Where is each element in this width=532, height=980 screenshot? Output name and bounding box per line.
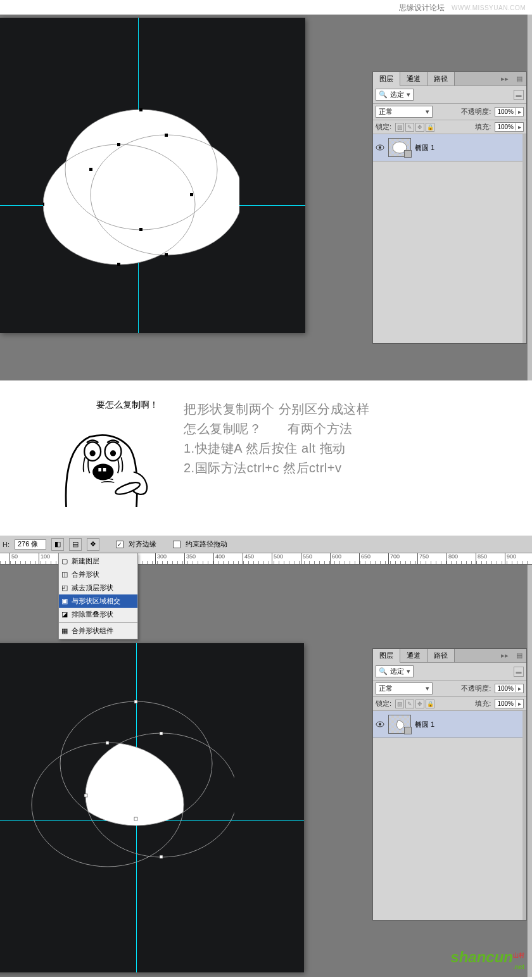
- svg-rect-7: [117, 143, 120, 146]
- lock-label: 锁定:: [376, 122, 391, 132]
- scrollbar-vertical-2[interactable]: [527, 565, 532, 977]
- svg-rect-5: [139, 108, 142, 111]
- svg-rect-31: [160, 732, 163, 735]
- layer-filter-dropdown-2[interactable]: 🔍选定▾: [376, 665, 414, 677]
- menu-merge[interactable]: ▦合并形状组件: [59, 624, 137, 638]
- canvas-area-2[interactable]: [0, 643, 304, 972]
- path-align-icon[interactable]: ▤: [69, 538, 82, 551]
- constrain-path-label: 约束路径拖动: [186, 539, 227, 549]
- tab-paths-2[interactable]: 路径: [428, 649, 455, 662]
- svg-rect-34: [160, 855, 163, 858]
- layer-scrollbar-2[interactable]: [522, 711, 526, 920]
- layer-list[interactable]: 椭圆 1: [373, 134, 526, 343]
- tab-channels-2[interactable]: 通道: [400, 649, 428, 662]
- layer-filter-dropdown[interactable]: 🔍选定▾: [376, 89, 414, 101]
- layer-item-2[interactable]: 椭圆 1: [373, 711, 526, 738]
- meme-image: 要怎么复制啊！: [38, 399, 165, 507]
- svg-rect-8: [165, 253, 168, 256]
- panel-options-icon-2[interactable]: ▤: [512, 650, 526, 661]
- opacity-input-2[interactable]: 100%▸: [495, 684, 524, 693]
- shape-intersection[interactable]: [25, 694, 234, 890]
- constrain-path-checkbox[interactable]: [173, 541, 180, 548]
- svg-rect-22: [103, 468, 106, 472]
- tab-channels[interactable]: 通道: [400, 72, 428, 85]
- svg-point-26: [86, 733, 234, 857]
- watermark: shancun山村 .net: [450, 948, 524, 971]
- align-edges-label: 对齐边缘: [129, 539, 156, 549]
- fill-label: 填充:: [475, 122, 491, 132]
- svg-point-14: [379, 146, 381, 149]
- shape-ellipses[interactable]: [43, 100, 239, 284]
- layer-name[interactable]: 椭圆 1: [415, 143, 434, 153]
- fill-input-2[interactable]: 100%▸: [495, 699, 524, 708]
- svg-rect-3: [89, 168, 92, 171]
- canvas-area[interactable]: [0, 18, 305, 333]
- svg-rect-32: [106, 741, 109, 744]
- lock-position-icon-2[interactable]: ✥: [415, 700, 424, 708]
- layer-scrollbar[interactable]: [522, 134, 526, 343]
- svg-rect-35: [84, 794, 87, 797]
- tab-paths[interactable]: 路径: [428, 72, 455, 85]
- svg-rect-12: [117, 263, 120, 266]
- menu-new-layer[interactable]: ▢新建图层: [59, 555, 137, 568]
- svg-rect-4: [190, 193, 193, 196]
- lock-position-icon[interactable]: ✥: [415, 123, 424, 132]
- menu-exclude[interactable]: ◪排除重叠形状: [59, 608, 137, 621]
- layer-item[interactable]: 椭圆 1: [373, 134, 526, 161]
- tab-layers[interactable]: 图层: [373, 72, 400, 86]
- svg-rect-30: [134, 700, 137, 703]
- panel-tabs: 图层 通道 路径 ▸▸ ▤: [373, 72, 526, 86]
- blend-mode-dropdown-2[interactable]: 正常▾: [376, 682, 433, 694]
- height-input[interactable]: [15, 539, 46, 550]
- visibility-icon-2[interactable]: [376, 720, 384, 729]
- svg-rect-10: [139, 228, 142, 231]
- lock-all-icon[interactable]: 🔒: [426, 123, 434, 132]
- menu-combine[interactable]: ◫合并形状: [59, 568, 137, 581]
- layers-panel-2: 图层 通道 路径 ▸▸ ▤ 🔍选定▾ ▬ 正常▾ 不透明度: 1: [372, 648, 527, 920]
- instruction-section: 要怎么复制啊！ 把形状复制两个 分别区分成这样 怎么复制呢？ 有两个方法 1.快…: [0, 380, 532, 536]
- layer-thumbnail-2[interactable]: [388, 715, 411, 734]
- svg-point-37: [379, 723, 381, 726]
- svg-rect-33: [134, 817, 137, 820]
- fill-input[interactable]: 100%▸: [495, 122, 524, 132]
- align-edges-checkbox[interactable]: ✓: [116, 541, 124, 548]
- opacity-input[interactable]: 100%▸: [495, 107, 524, 116]
- svg-rect-9: [43, 203, 44, 206]
- menu-intersect[interactable]: ✓▣与形状区域相交: [59, 594, 137, 608]
- path-operations-menu: ▢新建图层 ◫合并形状 ◰减去顶层形状 ✓▣与形状区域相交 ◪排除重叠形状 ▦合…: [58, 553, 138, 639]
- visibility-icon[interactable]: [376, 143, 384, 152]
- path-arrange-icon[interactable]: ❖: [87, 538, 99, 551]
- vector-mask-badge: [404, 150, 412, 158]
- instruction-text: 把形状复制两个 分别区分成这样 怎么复制呢？ 有两个方法 1.快捷键A 然后按住…: [184, 399, 369, 478]
- path-op-combine-icon[interactable]: ◧: [51, 538, 64, 551]
- lock-all-icon-2[interactable]: 🔒: [426, 700, 434, 708]
- blend-mode-dropdown[interactable]: 正常▾: [376, 106, 433, 118]
- lock-transparency-icon-2[interactable]: ▨: [395, 700, 404, 708]
- lock-pixels-icon-2[interactable]: ✎: [405, 700, 414, 708]
- screenshot-1: 图层 通道 路径 ▸▸ ▤ 🔍选定▾ ▬ 正常▾ 不透明度: 1: [0, 15, 532, 380]
- layer-thumbnail[interactable]: [388, 138, 411, 157]
- source-attribution: 思缘设计论坛 WWW.MISSYUAN.COM: [0, 0, 532, 15]
- filter-toggle[interactable]: ▬: [514, 90, 524, 100]
- svg-point-19: [110, 450, 116, 456]
- panel-menu-icon[interactable]: ▸▸: [497, 73, 512, 84]
- options-bar: H: ◧ ▤ ❖ ✓ 对齐边缘 约束路径拖动: [0, 536, 532, 553]
- svg-rect-6: [165, 134, 168, 137]
- svg-point-18: [90, 450, 96, 456]
- svg-point-20: [92, 464, 113, 481]
- lock-pixels-icon[interactable]: ✎: [405, 123, 414, 132]
- tab-layers-2[interactable]: 图层: [373, 649, 400, 663]
- panel-menu-icon-2[interactable]: ▸▸: [497, 650, 512, 661]
- layers-panel: 图层 通道 路径 ▸▸ ▤ 🔍选定▾ ▬ 正常▾ 不透明度: 1: [372, 72, 527, 344]
- opacity-label: 不透明度:: [461, 107, 491, 116]
- filter-toggle-2[interactable]: ▬: [514, 667, 524, 677]
- panel-options-icon[interactable]: ▤: [512, 73, 526, 84]
- layer-name-2[interactable]: 椭圆 1: [415, 720, 434, 729]
- svg-rect-21: [98, 468, 101, 472]
- screenshot-2: H: ◧ ▤ ❖ ✓ 对齐边缘 约束路径拖动 50100150200250300…: [0, 536, 532, 977]
- scrollbar-vertical[interactable]: [527, 15, 532, 380]
- height-label: H:: [3, 541, 10, 548]
- lock-transparency-icon[interactable]: ▨: [395, 123, 404, 132]
- menu-subtract[interactable]: ◰减去顶层形状: [59, 581, 137, 594]
